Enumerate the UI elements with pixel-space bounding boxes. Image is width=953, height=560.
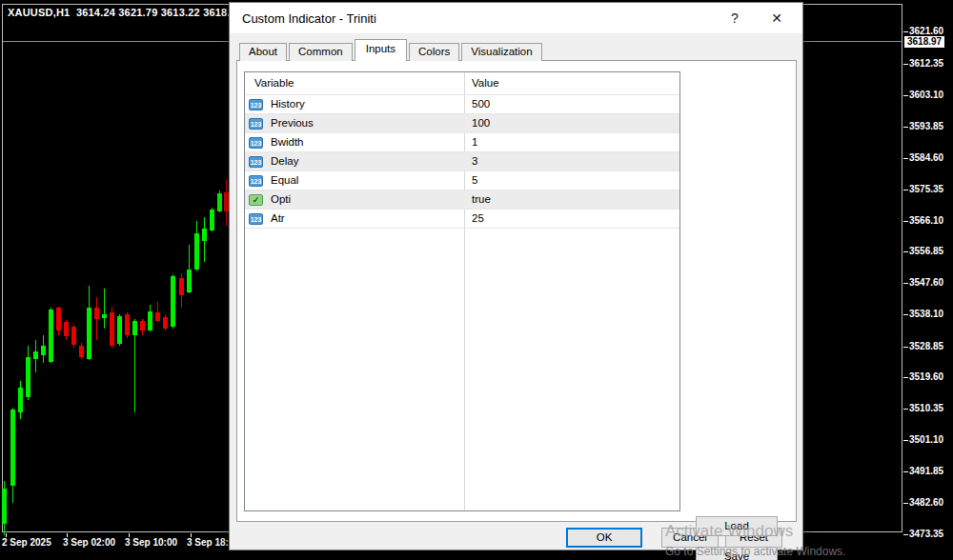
variable-value[interactable]: 25 [472, 212, 484, 224]
tab-inputs[interactable]: Inputs [355, 39, 407, 61]
column-header-value: Value [472, 77, 499, 89]
variable-name: Previous [271, 117, 314, 129]
parameters-table: Variable Value 123History500123Previous1… [244, 71, 680, 511]
table-row[interactable]: 123Delay3 [245, 152, 679, 171]
tab-visualization[interactable]: Visualization [461, 43, 541, 61]
table-row[interactable]: 123Equal5 [245, 171, 679, 190]
tab-colors[interactable]: Colors [409, 43, 459, 61]
dialog-title: Custom Indicator - Triniti [242, 11, 376, 26]
table-row[interactable]: ✓Optitrue [245, 190, 679, 210]
variable-name: History [271, 98, 305, 110]
tab-about[interactable]: About [239, 43, 287, 61]
close-icon[interactable]: ✕ [764, 9, 789, 28]
load-button[interactable]: Load [696, 516, 778, 536]
table-row[interactable]: 123Atr25 [245, 210, 679, 229]
variable-name: Equal [271, 174, 298, 186]
time-axis-label: 3 Sep 10:00 [125, 537, 177, 548]
time-axis-label: 3 Sep 18:0 [187, 537, 233, 548]
tab-common[interactable]: Common [289, 43, 353, 61]
time-axis-label: 2 Sep 2025 [2, 537, 51, 548]
custom-indicator-dialog: Custom Indicator - Triniti ? ✕ AboutComm… [229, 2, 803, 550]
help-icon[interactable]: ? [722, 9, 747, 28]
ok-button[interactable]: OK [566, 528, 642, 548]
save-button[interactable]: Save [696, 547, 778, 560]
terminal-window: XAUUSD,H1 3614.24 3621.79 3613.22 3618.9… [0, 0, 953, 560]
numeric-type-icon: 123 [249, 213, 263, 225]
numeric-type-icon: 123 [249, 137, 263, 149]
numeric-type-icon: 123 [249, 99, 263, 110]
variable-value[interactable]: true [472, 193, 491, 205]
table-row[interactable]: 123History500 [245, 95, 679, 114]
dialog-titlebar[interactable]: Custom Indicator - Triniti ? ✕ [230, 3, 802, 33]
variable-value[interactable]: 100 [472, 117, 490, 129]
numeric-type-icon: 123 [249, 156, 263, 168]
variable-value[interactable]: 3 [472, 155, 477, 167]
table-header: Variable Value [245, 72, 679, 95]
variable-name: Delay [271, 155, 298, 167]
time-axis-label: 3 Sep 02:00 [63, 537, 115, 548]
boolean-type-icon: ✓ [249, 194, 263, 206]
table-row[interactable]: 123Previous100 [245, 114, 679, 133]
table-row[interactable]: 123Bwidth1 [245, 133, 679, 152]
variable-name: Bwidth [271, 136, 304, 148]
numeric-type-icon: 123 [249, 118, 263, 130]
variable-value[interactable]: 500 [472, 98, 490, 110]
dialog-tabstrip: AboutCommonInputsColorsVisualization [239, 41, 544, 61]
column-header-variable: Variable [254, 77, 294, 89]
variable-name: Opti [271, 193, 291, 205]
numeric-type-icon: 123 [249, 175, 263, 187]
variable-value[interactable]: 1 [472, 136, 477, 148]
inputs-tab-page: Variable Value 123History500123Previous1… [236, 60, 797, 522]
variable-name: Atr [271, 212, 285, 224]
variable-value[interactable]: 5 [472, 174, 477, 186]
table-rows: 123History500123Previous100123Bwidth1123… [245, 95, 679, 229]
